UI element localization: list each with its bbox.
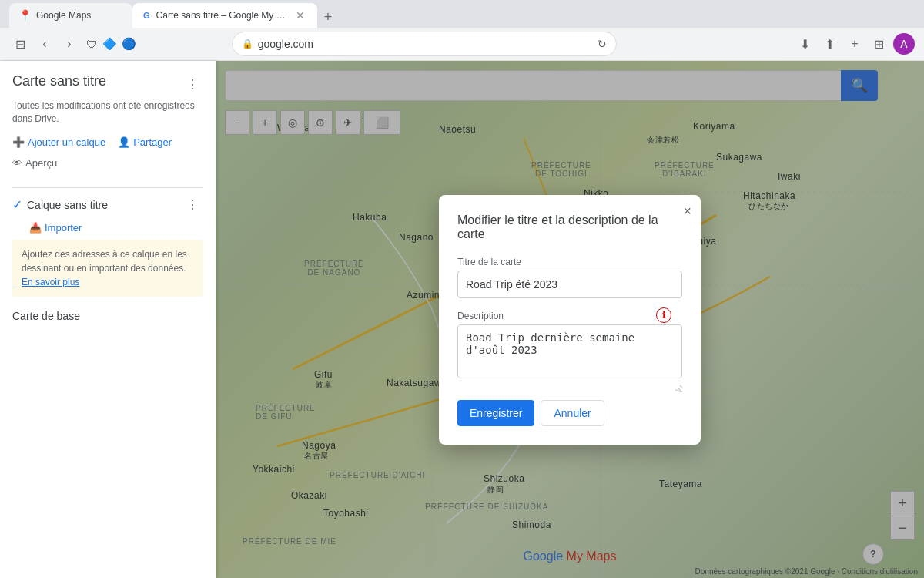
sidebar-more-btn[interactable]: ⋮ (182, 73, 203, 95)
layer-header: ✓ Calque sans titre ⋮ (12, 194, 203, 216)
new-tab-toolbar-btn[interactable]: + (844, 33, 865, 55)
browser-toolbar: ⊟ ‹ › 🛡 🔷 🔵 🔒 google.com ↻ ⬇ ⬆ + ⊞ A (0, 28, 924, 60)
share-btn[interactable]: ⬆ (819, 33, 841, 55)
tab-google-maps[interactable]: 📍 Google Maps (9, 3, 132, 28)
preview-btn[interactable]: 👁 Aperçu (12, 157, 203, 169)
profile-avatar[interactable]: A (893, 33, 915, 55)
tabs-bar: 📍 Google Maps G Carte sans titre – Googl… (0, 0, 924, 28)
sidebar-header: Carte sans titre ⋮ (12, 73, 203, 95)
tab-title-mymaps: Carte sans titre – Google My Maps (156, 10, 291, 21)
map-area[interactable]: 🔍 − + ◎ ⊕ ✈ ⬜ Wajima Suzu Naoetsu Koriya… (216, 61, 924, 578)
tab-my-maps[interactable]: G Carte sans titre – Google My Maps ✕ (132, 3, 317, 28)
sidebar: Carte sans titre ⋮ Toutes les modificati… (0, 61, 216, 578)
sidebar-divider (12, 187, 203, 188)
main-content: Carte sans titre ⋮ Toutes les modificati… (0, 61, 924, 578)
layer-more-btn[interactable]: ⋮ (182, 194, 203, 216)
layer-checkmark: ✓ (12, 197, 22, 212)
modal-close-btn[interactable]: × (683, 204, 691, 218)
info-link[interactable]: En savoir plus (22, 277, 79, 287)
spellcheck-icon: ℹ (656, 307, 671, 323)
new-tab-button[interactable]: + (317, 6, 339, 28)
modal-overlay: × Modifier le titre et la description de… (216, 61, 924, 578)
edit-map-modal: × Modifier le titre et la description de… (439, 195, 701, 445)
info-text: Ajoutez des adresses à ce calque en les … (22, 249, 187, 274)
extension-icon: 🔵 (122, 37, 136, 51)
downloads-btn[interactable]: ⬇ (795, 33, 816, 55)
preview-label: Aperçu (25, 157, 57, 169)
save-button[interactable]: Enregistrer (457, 400, 534, 426)
lock-icon: 🔒 (242, 39, 253, 49)
resize-handle (457, 385, 682, 391)
import-icon: 📥 (29, 222, 42, 234)
browser-chrome: 📍 Google Maps G Carte sans titre – Googl… (0, 0, 924, 61)
sidebar-actions: ➕ Ajouter un calque 👤 Partager (12, 136, 203, 148)
forward-btn[interactable]: › (59, 33, 80, 55)
add-layer-label: Ajouter un calque (28, 136, 105, 148)
import-label: Importer (45, 222, 82, 234)
browser-nav-controls: ⊟ ‹ › (9, 33, 80, 55)
sidebar-toggle-btn[interactable]: ⊟ (9, 33, 31, 55)
add-layer-icon: ➕ (12, 136, 25, 148)
address-text: google.com (258, 38, 313, 50)
browser-actions: ⬇ ⬆ + ⊞ A (795, 33, 915, 55)
share-label: Partager (133, 136, 172, 148)
layer-title-row: ✓ Calque sans titre (12, 197, 108, 212)
map-title-input[interactable] (457, 271, 682, 298)
share-btn-sidebar[interactable]: 👤 Partager (118, 136, 172, 148)
add-layer-btn[interactable]: ➕ Ajouter un calque (12, 136, 105, 148)
tab-favicon-mymaps: G (142, 10, 152, 21)
shield-icon: 🛡 (86, 38, 98, 51)
grid-btn[interactable]: ⊞ (869, 33, 890, 55)
base-map-section: Carte de base (12, 309, 203, 323)
ublock-icon: 🔷 (102, 37, 117, 51)
info-box: Ajoutez des adresses à ce calque en les … (12, 240, 203, 297)
import-btn[interactable]: 📥 Importer (12, 222, 203, 234)
cancel-button[interactable]: Annuler (541, 400, 604, 426)
base-map-title: Carte de base (12, 310, 80, 322)
modal-actions: Enregistrer Annuler (457, 400, 682, 426)
eye-icon: 👁 (12, 157, 22, 169)
map-description-input[interactable]: Road Trip dernière semaine d'août 2023 (457, 324, 682, 378)
share-icon: 👤 (118, 136, 130, 148)
reload-btn[interactable]: ↻ (598, 38, 607, 50)
layer-title: Calque sans titre (27, 199, 108, 211)
description-container: Road Trip dernière semaine d'août 2023 ℹ (457, 324, 682, 385)
description-field-label: Description (457, 311, 682, 321)
sidebar-subtitle: Toutes les modifications ont été enregis… (12, 99, 203, 126)
title-field-label: Titre de la carte (457, 257, 682, 267)
tab-title-maps: Google Maps (36, 10, 120, 21)
modal-title: Modifier le titre et la description de l… (457, 213, 682, 241)
tab-favicon-maps: 📍 (18, 9, 32, 22)
sidebar-title: Carte sans titre (12, 73, 106, 89)
tab-close-btn[interactable]: ✕ (296, 9, 305, 22)
address-bar[interactable]: 🔒 google.com ↻ (232, 32, 617, 56)
back-btn[interactable]: ‹ (34, 33, 55, 55)
